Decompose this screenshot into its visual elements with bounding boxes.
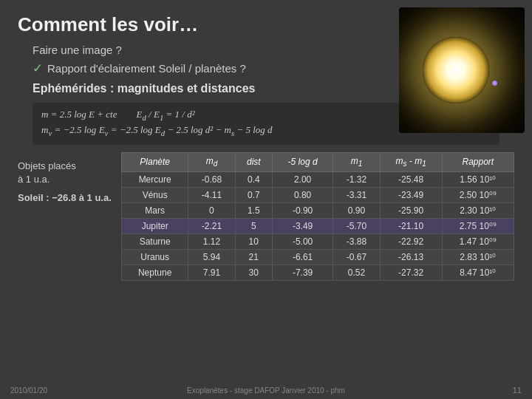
- table-cell: 1.5: [235, 202, 272, 218]
- table-cell: -22.92: [380, 233, 442, 249]
- table-body: Mercure-0.680.42.00-1.32-25.481.56 10¹⁰V…: [122, 171, 514, 280]
- table-cell: 0.52: [333, 265, 380, 280]
- slide: Comment les voir… Faire une image ? ✓ Ra…: [0, 0, 532, 399]
- table-cell: -0.90: [272, 202, 332, 218]
- table-cell: -5.00: [272, 233, 332, 249]
- table-cell: 8.47 10¹⁰: [442, 265, 514, 280]
- table-cell: 2.50 10⁰⁹: [442, 187, 514, 202]
- table-cell: -3.88: [333, 233, 380, 249]
- table-cell: 0.80: [272, 187, 332, 202]
- table-cell: -1.32: [333, 171, 380, 187]
- data-table: Planète md dist -5 log d m1 ms - m1 Rapp…: [121, 152, 514, 280]
- table-cell: -5.70: [333, 218, 380, 233]
- solar-image: [399, 7, 525, 133]
- footer-date: 2010/01/20: [10, 386, 47, 395]
- table-cell: 2.30 10¹⁰: [442, 202, 514, 218]
- table-cell: Saturne: [122, 233, 188, 249]
- col-planete: Planète: [122, 153, 188, 171]
- table-row: Neptune7.9130-7.390.52-27.328.47 10¹⁰: [122, 265, 514, 280]
- table-cell: -23.49: [380, 187, 442, 202]
- table-row: Uranus5.9421-6.61-0.67-26.132.83 10¹⁰: [122, 249, 514, 265]
- bottom-section: Objets placésà 1 u.a. Soleil : −26.8 à 1…: [18, 152, 514, 280]
- table-cell: -3.49: [272, 218, 332, 233]
- table-cell: 0: [188, 202, 235, 218]
- table-cell: -7.39: [272, 265, 332, 280]
- table-cell: 2.83 10¹⁰: [442, 249, 514, 265]
- table-row: Jupiter-2.215-3.49-5.70-21.102.75 10⁰⁹: [122, 218, 514, 233]
- table-cell: -27.32: [380, 265, 442, 280]
- table-cell: 1.47 10⁰⁹: [442, 233, 514, 249]
- table-row: Saturne1.1210-5.00-3.88-22.921.47 10⁰⁹: [122, 233, 514, 249]
- left-labels: Objets placésà 1 u.a. Soleil : −26.8 à 1…: [18, 152, 114, 209]
- col-ms-m1: ms - m1: [380, 153, 442, 171]
- table-cell: 30: [235, 265, 272, 280]
- table-cell: 2.00: [272, 171, 332, 187]
- footer-center: Exoplanètes - stage DAFOP Janvier 2010 -…: [187, 386, 345, 395]
- col-rapport: Rapport: [442, 153, 514, 171]
- col-dist: dist: [235, 153, 272, 171]
- table-cell: 5.94: [188, 249, 235, 265]
- table-cell: Mercure: [122, 171, 188, 187]
- table-cell: Vénus: [122, 187, 188, 202]
- table-cell: Uranus: [122, 249, 188, 265]
- table-cell: -2.21: [188, 218, 235, 233]
- table-cell: 0.7: [235, 187, 272, 202]
- table-cell: Jupiter: [122, 218, 188, 233]
- planet-dot: [492, 81, 497, 86]
- sun-label: Soleil : −26.8 à 1 u.a.: [18, 191, 114, 205]
- sun-glow: [423, 37, 489, 103]
- table-cell: -3.31: [333, 187, 380, 202]
- table-header: Planète md dist -5 log d m1 ms - m1 Rapp…: [122, 153, 514, 171]
- table-cell: -26.13: [380, 249, 442, 265]
- table-cell: 2.75 10⁰⁹: [442, 218, 514, 233]
- col-5logd: -5 log d: [272, 153, 332, 171]
- table-cell: -25.48: [380, 171, 442, 187]
- table-cell: 1.12: [188, 233, 235, 249]
- table-cell: 7.91: [188, 265, 235, 280]
- table-row: Mercure-0.680.42.00-1.32-25.481.56 10¹⁰: [122, 171, 514, 187]
- table-cell: 0.90: [333, 202, 380, 218]
- table-cell: -0.68: [188, 171, 235, 187]
- table-cell: -6.61: [272, 249, 332, 265]
- table-cell: 1.56 10¹⁰: [442, 171, 514, 187]
- col-md: md: [188, 153, 235, 171]
- table-cell: Neptune: [122, 265, 188, 280]
- check-label: Rapport d'éclairement Soleil / planètes …: [47, 62, 246, 75]
- table-cell: -4.11: [188, 187, 235, 202]
- table-cell: -25.90: [380, 202, 442, 218]
- table-cell: -21.10: [380, 218, 442, 233]
- check-icon: ✓: [33, 61, 43, 76]
- header-row: Planète md dist -5 log d m1 ms - m1 Rapp…: [122, 153, 514, 171]
- table-cell: 10: [235, 233, 272, 249]
- table-cell: 0.4: [235, 171, 272, 187]
- col-m1: m1: [333, 153, 380, 171]
- table-cell: -0.67: [333, 249, 380, 265]
- table-cell: Mars: [122, 202, 188, 218]
- table-cell: 21: [235, 249, 272, 265]
- table-cell: 5: [235, 218, 272, 233]
- table-row: Mars01.5-0.900.90-25.902.30 10¹⁰: [122, 202, 514, 218]
- footer-page: 11: [513, 386, 522, 395]
- objects-label: Objets placésà 1 u.a.: [18, 160, 114, 186]
- table-row: Vénus-4.110.70.80-3.31-23.492.50 10⁰⁹: [122, 187, 514, 202]
